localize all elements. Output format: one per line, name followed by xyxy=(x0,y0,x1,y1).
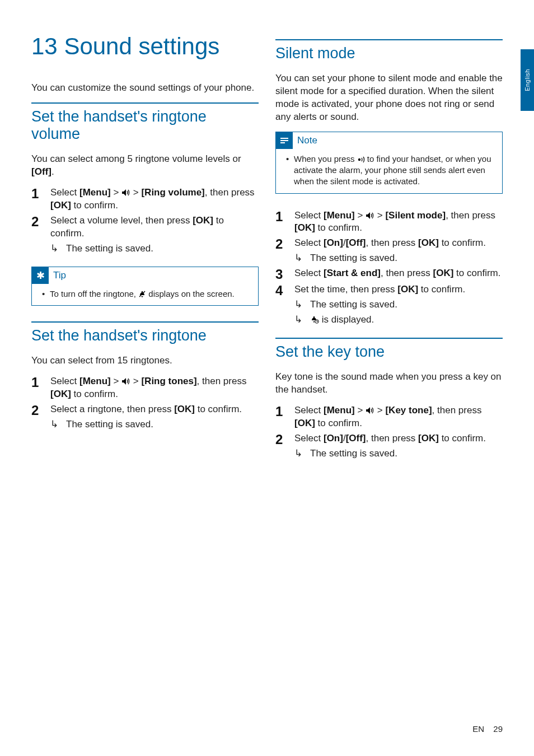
step-text: Select [On]/[Off], then press [OK] to co… xyxy=(294,237,503,265)
ringtone-intro: You can select from 15 ringtones. xyxy=(31,354,259,367)
language-tab: English xyxy=(521,49,534,111)
result-arrow-icon: ↳ xyxy=(50,418,66,431)
note-label: Note xyxy=(293,135,317,146)
keytone-intro: Key tone is the sound made when you pres… xyxy=(275,371,503,396)
step-text: Select a volume level, then press [OK] t… xyxy=(50,214,259,255)
footer-page-number: 29 xyxy=(493,724,503,734)
volume-steps: 1 Select [Menu] > > [Ring volume], then … xyxy=(31,186,259,255)
step-number: 4 xyxy=(275,283,294,326)
result-arrow-icon: ↳ xyxy=(294,298,310,311)
speaker-icon xyxy=(366,212,374,220)
step-number: 2 xyxy=(31,214,50,255)
silent-heading: Silent mode xyxy=(275,40,503,62)
step-text: Set the time, then press [OK] to confirm… xyxy=(294,283,503,326)
result-arrow-icon: ↳ xyxy=(294,314,310,326)
ringtone-steps: 1 Select [Menu] > > [Ring tones], then p… xyxy=(31,375,259,431)
keytone-steps: 1 Select [Menu] > > [Key tone], then pre… xyxy=(275,404,503,460)
step-number: 1 xyxy=(275,209,294,235)
step-text: Select a ringtone, then press [OK] to co… xyxy=(50,403,259,431)
step-text: Select [On]/[Off], then press [OK] to co… xyxy=(294,432,503,460)
result-arrow-icon: ↳ xyxy=(294,447,310,460)
note-text: When you press to find your handset, or … xyxy=(294,153,495,188)
result-arrow-icon: ↳ xyxy=(50,242,66,255)
step-number: 1 xyxy=(275,404,294,430)
step-text: Select [Menu] > > [Ring tones], then pre… xyxy=(50,375,259,401)
volume-intro: You can select among 5 ringtone volume l… xyxy=(31,153,259,179)
step-number: 3 xyxy=(275,267,294,281)
silent-clock-icon xyxy=(310,316,319,324)
tip-icon: ✱ xyxy=(32,267,49,284)
step-number: 2 xyxy=(275,237,294,265)
result-arrow-icon: ↳ xyxy=(294,252,310,265)
speaker-icon xyxy=(366,407,374,414)
speaker-icon xyxy=(121,189,130,197)
step-text: Select [Menu] > > [Silent mode], then pr… xyxy=(294,209,503,235)
step-text: Select [Menu] > > [Ring volume], then pr… xyxy=(50,186,259,212)
speaker-icon xyxy=(121,377,130,385)
svg-point-4 xyxy=(358,158,360,161)
step-number: 1 xyxy=(31,375,50,401)
note-icon xyxy=(276,132,293,149)
step-text: Select [Start & end], then press [OK] to… xyxy=(294,267,503,281)
right-column: Silent mode You can set your phone to si… xyxy=(275,34,503,472)
left-column: 13 Sound settings You can customize the … xyxy=(31,34,259,472)
ringtone-off-icon xyxy=(138,290,146,298)
footer-lang: EN xyxy=(472,724,484,734)
volume-heading: Set the handset's ringtone volume xyxy=(31,104,259,143)
chapter-intro: You can customize the sound settings of … xyxy=(31,82,259,95)
language-tab-label: English xyxy=(524,69,531,91)
page-footer: EN 29 xyxy=(472,724,503,734)
step-number: 2 xyxy=(275,432,294,460)
tip-text: To turn off the ringtone, displays on th… xyxy=(50,288,235,300)
step-number: 2 xyxy=(31,403,50,431)
chapter-title: 13 Sound settings xyxy=(31,34,259,59)
tip-label: Tip xyxy=(49,270,66,281)
ringtone-heading: Set the handset's ringtone xyxy=(31,323,259,344)
step-number: 1 xyxy=(31,186,50,212)
step-text: Select [Menu] > > [Key tone], then press… xyxy=(294,404,503,430)
silent-intro: You can set your phone to silent mode an… xyxy=(275,72,503,124)
silent-steps: 1 Select [Menu] > > [Silent mode], then … xyxy=(275,209,503,327)
keytone-heading: Set the key tone xyxy=(275,339,503,361)
tip-callout: ✱ Tip •To turn off the ringtone, display… xyxy=(31,267,259,306)
paging-icon xyxy=(357,156,365,163)
note-callout: Note •When you press to find your handse… xyxy=(275,132,503,194)
